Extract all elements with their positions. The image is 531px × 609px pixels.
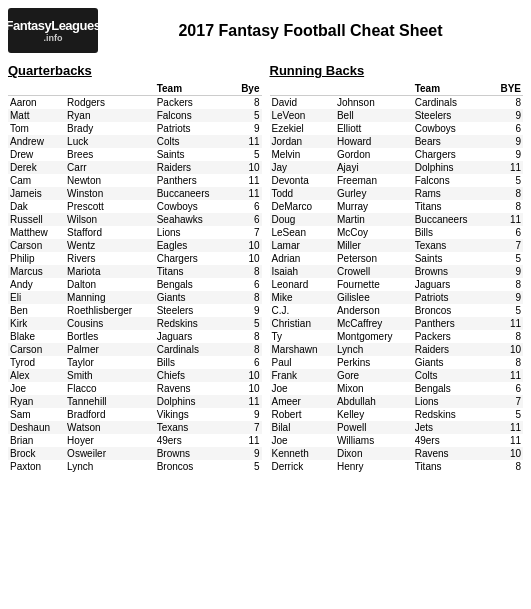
qb-team: Colts [155,135,233,148]
qb-team: Jaguars [155,330,233,343]
qb-last-name: Hoyer [65,434,155,447]
rb-bye: 10 [491,343,523,356]
rb-first-name: Marshawn [270,343,335,356]
table-row: Matthew Stafford Lions 7 [8,226,262,239]
rb-first-name: Lamar [270,239,335,252]
qb-bye: 8 [232,96,261,110]
qb-first-name: Brock [8,447,65,460]
rb-bye: 8 [491,278,523,291]
qb-first-name: Sam [8,408,65,421]
table-row: Carson Palmer Cardinals 8 [8,343,262,356]
table-row: Russell Wilson Seahawks 6 [8,213,262,226]
rb-first-name: C.J. [270,304,335,317]
qb-last-name: Bortles [65,330,155,343]
qb-team: Chargers [155,252,233,265]
qb-team: Giants [155,291,233,304]
rb-team: Cardinals [413,96,491,110]
qb-bye: 9 [232,122,261,135]
qb-last-name: Manning [65,291,155,304]
running-backs-table: Team BYE David Johnson Cardinals 8 LeVeo… [270,82,524,473]
table-row: Jordan Howard Bears 9 [270,135,524,148]
table-row: Adrian Peterson Saints 5 [270,252,524,265]
qb-bye: 8 [232,343,261,356]
rb-team: 49ers [413,434,491,447]
rb-bye: 11 [491,213,523,226]
qb-first-name: Marcus [8,265,65,278]
qb-last-name: Rivers [65,252,155,265]
rb-first-name: Christian [270,317,335,330]
rb-bye: 8 [491,200,523,213]
rb-last-name: Elliott [335,122,413,135]
table-row: Matt Ryan Falcons 5 [8,109,262,122]
rb-team: Raiders [413,343,491,356]
rb-last-name: Lynch [335,343,413,356]
table-row: Marcus Mariota Titans 8 [8,265,262,278]
table-row: Doug Martin Buccaneers 11 [270,213,524,226]
rb-bye: 8 [491,330,523,343]
rb-first-name: Bilal [270,421,335,434]
table-row: Joe Flacco Ravens 10 [8,382,262,395]
rb-bye: 9 [491,291,523,304]
rb-team: Rams [413,187,491,200]
qb-team: Texans [155,421,233,434]
rb-team: Redskins [413,408,491,421]
qb-bye: 9 [232,408,261,421]
table-row: Christian McCaffrey Panthers 11 [270,317,524,330]
rb-last-name: Dixon [335,447,413,460]
qb-bye: 8 [232,291,261,304]
qb-last-name: Brees [65,148,155,161]
rb-bye: 11 [491,161,523,174]
qb-first-name: Jameis [8,187,65,200]
rb-last-name: Mixon [335,382,413,395]
rb-first-name: Ty [270,330,335,343]
table-row: Paul Perkins Giants 8 [270,356,524,369]
qb-last-name: Osweiler [65,447,155,460]
table-row: C.J. Anderson Broncos 5 [270,304,524,317]
rb-first-name: Jordan [270,135,335,148]
rb-last-name: Gordon [335,148,413,161]
rb-bye: 8 [491,96,523,110]
rb-first-name: Todd [270,187,335,200]
qb-team: Raiders [155,161,233,174]
qb-last-name: Smith [65,369,155,382]
logo-info-text: .info [44,33,63,43]
rb-first-name: Ameer [270,395,335,408]
qb-bye: 8 [232,265,261,278]
table-row: Blake Bortles Jaguars 8 [8,330,262,343]
rb-last-name: Montgomery [335,330,413,343]
qb-bye: 7 [232,226,261,239]
qb-first-name: Aaron [8,96,65,110]
table-row: Andrew Luck Colts 11 [8,135,262,148]
table-row: DeMarco Murray Titans 8 [270,200,524,213]
qb-bye: 10 [232,161,261,174]
qb-last-name: Wilson [65,213,155,226]
qb-team: Ravens [155,382,233,395]
qb-first-name: Deshaun [8,421,65,434]
qb-last-name: Newton [65,174,155,187]
rb-last-name: Henry [335,460,413,473]
table-row: Eli Manning Giants 8 [8,291,262,304]
qb-first-name: Andrew [8,135,65,148]
qb-bye: 10 [232,252,261,265]
table-row: Sam Bradford Vikings 9 [8,408,262,421]
qb-bye: 5 [232,148,261,161]
qb-first-name: Joe [8,382,65,395]
rb-first-name: Mike [270,291,335,304]
rb-team: Texans [413,239,491,252]
rb-col-bye: BYE [491,82,523,96]
qb-first-name: Matt [8,109,65,122]
rb-team: Patriots [413,291,491,304]
qb-bye: 6 [232,356,261,369]
table-row: Brock Osweiler Browns 9 [8,447,262,460]
rb-last-name: Gore [335,369,413,382]
qb-last-name: Taylor [65,356,155,369]
qb-bye: 5 [232,460,261,473]
qb-team: Broncos [155,460,233,473]
rb-first-name: Paul [270,356,335,369]
rb-last-name: McCaffrey [335,317,413,330]
table-row: David Johnson Cardinals 8 [270,96,524,110]
rb-last-name: Abdullah [335,395,413,408]
qb-bye: 6 [232,213,261,226]
rb-team: Buccaneers [413,213,491,226]
rb-first-name: Adrian [270,252,335,265]
